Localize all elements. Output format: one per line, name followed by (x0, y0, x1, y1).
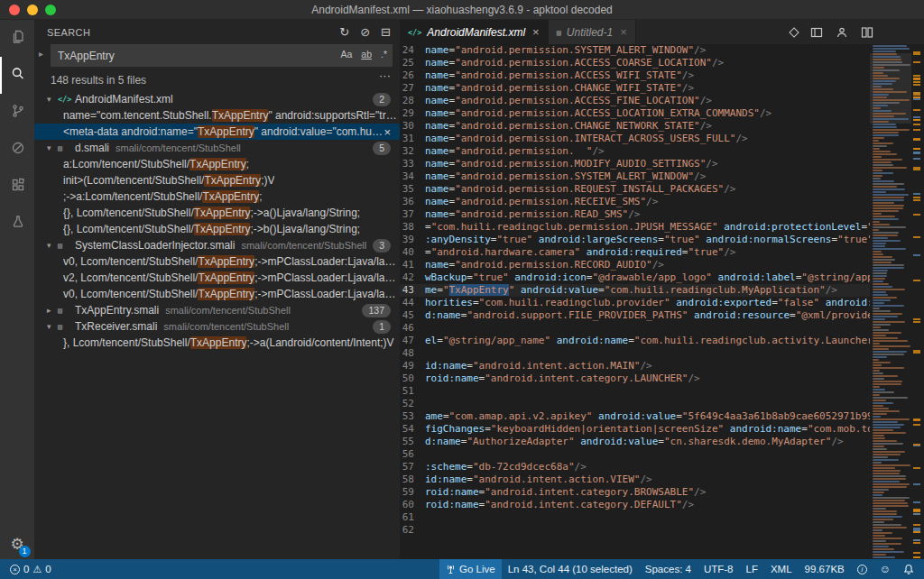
search-result-file[interactable]: ▾▤TxReceiver.smalismali/com/tencent/Stub… (34, 318, 400, 335)
code-line[interactable]: 48 (400, 347, 870, 360)
code-line[interactable]: 47el="@string/app_name" android:name="co… (400, 335, 870, 347)
code-line[interactable]: 50roid:name="android.intent.category.LAU… (400, 372, 870, 385)
code-line[interactable]: 40="android.hardware.camera" android:req… (400, 246, 870, 259)
code-line[interactable]: 43me="TxAppEntry" android:value="com.hui… (400, 284, 870, 297)
code-line[interactable]: 62 (400, 524, 870, 537)
split-editor-icon[interactable] (861, 26, 873, 39)
dismiss-match-icon[interactable]: × (383, 125, 391, 139)
sidebar-item-run-disabled[interactable] (0, 131, 34, 168)
search-result-file[interactable]: ▾</>AndroidManifest.xml2 (34, 91, 400, 107)
code-line[interactable]: 46 (400, 322, 870, 335)
chevron-down-icon[interactable]: ▾ (47, 95, 58, 104)
code-line[interactable]: 41name="android.permission.RECORD_AUDIO"… (400, 259, 870, 271)
refresh-icon[interactable]: ↻ (339, 26, 349, 38)
search-result-match[interactable]: v2, Lcom/tencent/StubShell/TxAppEntry;->… (34, 270, 400, 286)
accounts-icon[interactable] (836, 26, 848, 39)
feedback-smiley-icon[interactable]: ☺ (873, 559, 897, 579)
code-line[interactable]: 51 (400, 385, 870, 398)
toggle-search-details-icon[interactable]: ··· (379, 69, 391, 82)
code-line[interactable]: 29name="android.permission.ACCESS_LOCATI… (400, 107, 870, 120)
search-result-match[interactable]: <meta-data android:name="TxAppEntry" and… (34, 124, 400, 140)
code-line[interactable]: 42wBackup="true" android:icon="@drawable… (400, 271, 870, 284)
chevron-down-icon[interactable]: ▾ (47, 143, 58, 152)
match-case-toggle[interactable]: Aa (338, 48, 354, 60)
apktool-action-icon[interactable] (790, 29, 798, 36)
minimap[interactable] (870, 44, 911, 559)
toggle-replace-chevron-icon[interactable]: ▸ (39, 49, 43, 59)
whole-word-toggle[interactable]: ab (359, 48, 374, 60)
search-result-file[interactable]: ▾▤SystemClassLoaderInjector.smalismali/c… (34, 237, 400, 253)
code-line[interactable]: 61 (400, 511, 870, 524)
chevron-right-icon[interactable]: ▸ (47, 306, 58, 315)
code-line[interactable]: 56 (400, 448, 870, 461)
code-line[interactable]: 54figChanges="keyboardHidden|orientation… (400, 423, 870, 436)
code-line[interactable]: 49id:name="android.intent.action.MAIN"/> (400, 360, 870, 372)
search-result-match[interactable]: a:Lcom/tencent/StubShell/TxAppEntry; (34, 156, 400, 172)
eol-indicator[interactable]: LF (740, 559, 764, 579)
file-size-indicator[interactable]: 99.67KB (799, 559, 851, 579)
go-live-button[interactable]: Go Live (439, 559, 502, 579)
code-line[interactable]: 39:anyDensity="true" android:largeScreen… (400, 234, 870, 246)
clear-search-results-icon[interactable]: ⊘ (360, 26, 370, 38)
sidebar-item-source-control[interactable] (0, 94, 34, 131)
sidebar-item-explorer[interactable] (0, 20, 34, 57)
editor-content[interactable]: 24name="android.permission.SYSTEM_ALERT_… (400, 44, 870, 559)
indentation-indicator[interactable]: Spaces: 4 (639, 559, 698, 579)
code-line[interactable]: 25name="android.permission.ACCESS_COARSE… (400, 57, 870, 69)
open-preview-icon[interactable] (810, 26, 823, 39)
search-result-match[interactable]: ;->a:Lcom/tencent/StubShell/TxAppEntry; (34, 188, 400, 205)
notifications-bell-icon[interactable] (897, 559, 920, 579)
code-line[interactable]: 59roid:name="android.intent.category.BRO… (400, 486, 870, 499)
collapse-all-icon[interactable]: ⊟ (381, 26, 391, 38)
maximize-window-button[interactable] (45, 5, 56, 15)
code-line[interactable]: 53ame="com.amap.api.v2.apikey" android:v… (400, 410, 870, 423)
search-result-file[interactable]: ▾▤d.smalismali/com/tencent/StubShell5 (34, 140, 400, 156)
search-result-match[interactable]: {}, Lcom/tencent/StubShell/TxAppEntry;->… (34, 205, 400, 221)
code-line[interactable]: 26name="android.permission.ACCESS_WIFI_S… (400, 69, 870, 82)
code-line[interactable]: 52 (400, 398, 870, 410)
chevron-down-icon[interactable]: ▾ (47, 322, 58, 331)
search-result-match[interactable]: {}, Lcom/tencent/StubShell/TxAppEntry;->… (34, 221, 400, 237)
code-line[interactable]: 37name="android.permission.READ_SMS"/> (400, 208, 870, 221)
regex-toggle[interactable]: .* (379, 48, 389, 60)
code-line[interactable]: 36name="android.permission.RECEIVE_SMS"/… (400, 196, 870, 208)
code-line[interactable]: 55d:name="AuthorizeAdapter" android:valu… (400, 436, 870, 448)
code-line[interactable]: 27name="android.permission.CHANGE_WIFI_S… (400, 82, 870, 95)
encoding-indicator[interactable]: UTF-8 (698, 559, 740, 579)
code-line[interactable]: 30name="android.permission.CHANGE_NETWOR… (400, 120, 870, 133)
search-result-file[interactable]: ▸▤TxAppEntry.smalismali/com/tencent/Stub… (34, 302, 400, 318)
cursor-position[interactable]: Ln 43, Col 44 (10 selected) (502, 559, 639, 579)
close-tab-icon[interactable]: × (532, 25, 540, 39)
code-line[interactable]: 58id:name="android.intent.action.VIEW"/> (400, 473, 870, 486)
sidebar-item-extensions[interactable] (0, 168, 34, 205)
info-icon[interactable]: i (851, 559, 873, 579)
search-result-match[interactable]: v0, Lcom/tencent/StubShell/TxAppEntry;->… (34, 253, 400, 270)
sidebar-item-search[interactable] (0, 57, 34, 94)
code-line[interactable]: 34name="android.permission.SYSTEM_ALERT_… (400, 170, 870, 183)
close-window-button[interactable] (9, 5, 20, 15)
search-result-match[interactable]: }, Lcom/tencent/StubShell/TxAppEntry;->a… (34, 335, 400, 351)
search-result-match[interactable]: init>(Lcom/tencent/StubShell/TxAppEntry;… (34, 172, 400, 188)
tab-untitled-1[interactable]: ▤ Untitled-1 × (549, 20, 636, 44)
code-line[interactable]: 28name="android.permission.ACCESS_FINE_L… (400, 95, 870, 107)
settings-gear-icon[interactable]: ⚙ 1 (10, 535, 23, 554)
code-line[interactable]: 33name="android.permission.MODIFY_AUDIO_… (400, 158, 870, 170)
code-line[interactable]: 57:scheme="db-72cd9dcec68a"/> (400, 461, 870, 473)
overview-ruler[interactable] (911, 44, 924, 559)
search-result-match[interactable]: v0, Lcom/tencent/StubShell/TxAppEntry;->… (34, 286, 400, 302)
search-result-match[interactable]: name="com.tencent.StubShell.TxAppEntry" … (34, 107, 400, 124)
code-line[interactable]: 45d:name="android.support.FILE_PROVIDER_… (400, 309, 870, 322)
code-line[interactable]: 31name="android.permission.INTERACT_ACRO… (400, 133, 870, 145)
close-tab-icon[interactable]: × (620, 25, 627, 39)
language-mode[interactable]: XML (764, 559, 799, 579)
code-line[interactable]: 60roid:name="android.intent.category.DEF… (400, 499, 870, 511)
sidebar-item-testing[interactable] (0, 205, 34, 242)
code-line[interactable]: 35name="android.permission.REQUEST_INSTA… (400, 183, 870, 196)
code-line[interactable]: 32name="android.permission. "/> (400, 145, 870, 158)
tab-androidmanifest[interactable]: </> AndroidManifest.xml × (400, 20, 549, 44)
problems-indicator[interactable]: × 0 ⚠ 0 (4, 559, 58, 579)
code-line[interactable]: 38="com.huili.readingclub.permission.JPU… (400, 221, 870, 234)
code-line[interactable]: 24name="android.permission.SYSTEM_ALERT_… (400, 44, 870, 57)
minimize-window-button[interactable] (27, 5, 38, 15)
code-line[interactable]: 44horities="com.huili.readingclub.provid… (400, 297, 870, 309)
